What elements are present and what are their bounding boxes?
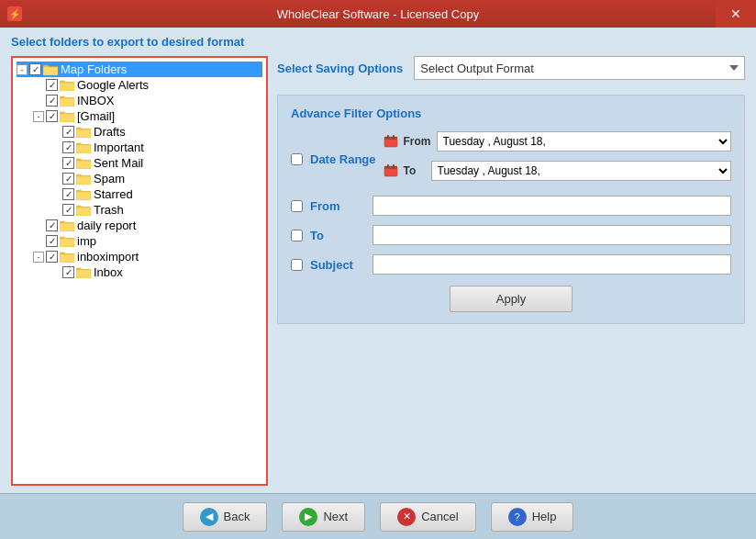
subject-filter-row: Subject: [291, 254, 731, 275]
calendar-from-icon: [384, 135, 398, 148]
from-label: From: [310, 199, 365, 213]
window-title: WholeClear Software - Licensed Copy: [277, 7, 479, 21]
to-filter-row: To: [291, 225, 731, 245]
tree-label-inbox2: Inbox: [94, 265, 123, 279]
tree-toggle-map-folders[interactable]: -: [17, 64, 28, 75]
folder-icon-trash: [76, 205, 91, 216]
close-button[interactable]: ✕: [716, 0, 756, 28]
saving-options-header: Select Saving Options Select Output Form…: [277, 56, 745, 80]
date-range-row: Date Range From: [291, 131, 731, 186]
tree-item-map-folders[interactable]: -✓ Map Folders: [17, 62, 262, 77]
tree-item-spam[interactable]: ✓ Spam: [17, 171, 262, 186]
folder-icon-google-alerts: [60, 80, 74, 91]
output-format-select[interactable]: Select Output FormatPSTMSGEMLMBOXPDF: [414, 56, 745, 80]
to-checkbox[interactable]: [291, 230, 303, 241]
folder-icon-inbox2: [76, 267, 91, 278]
tree-item-inbox[interactable]: ✓ INBOX: [17, 93, 262, 108]
tree-item-gmail[interactable]: -✓ [Gmail]: [17, 108, 262, 124]
tree-label-important: Important: [94, 140, 144, 154]
tree-check-starred[interactable]: ✓: [62, 188, 74, 200]
right-panel: Select Saving Options Select Output Form…: [277, 56, 745, 486]
calendar-to-icon: [384, 164, 398, 177]
next-label: Next: [323, 510, 348, 523]
folder-icon-starred: [76, 189, 91, 200]
tree-check-imp[interactable]: ✓: [46, 235, 58, 247]
folder-icon-inbox: [60, 95, 74, 107]
app-icon: ⚡: [7, 6, 22, 21]
tree-check-gmail[interactable]: ✓: [46, 110, 58, 122]
tree-label-inbox: INBOX: [77, 94, 114, 107]
date-range-checkbox[interactable]: [291, 153, 303, 165]
from-filter-row: From: [291, 196, 731, 216]
tree-check-drafts[interactable]: ✓: [62, 126, 74, 138]
tree-toggle-gmail[interactable]: -: [33, 111, 44, 122]
subject-label: Subject: [310, 258, 365, 272]
tree-check-google-alerts[interactable]: ✓: [46, 79, 58, 91]
folder-tree-panel: -✓ Map Folders✓ Google Alerts✓ INBOX-✓ […: [11, 56, 268, 486]
date-to-row: To Tuesday , August 18,: [384, 161, 731, 181]
tree-check-map-folders[interactable]: ✓: [29, 63, 41, 75]
title-bar: ⚡ WholeClear Software - Licensed Copy ✕: [0, 0, 756, 28]
tree-item-trash[interactable]: ✓ Trash: [17, 202, 262, 218]
tree-item-inbox2[interactable]: ✓ Inbox: [17, 264, 262, 280]
folder-icon-daily-report: [60, 220, 74, 231]
tree-item-inboximport[interactable]: -✓ inboximport: [17, 249, 262, 264]
date-from-row: From Tuesday , August 18,: [384, 131, 731, 152]
back-button[interactable]: ◀ Back: [183, 502, 268, 532]
tree-check-spam[interactable]: ✓: [62, 173, 74, 185]
apply-button[interactable]: Apply: [450, 286, 573, 312]
tree-check-inbox2[interactable]: ✓: [62, 266, 74, 278]
main-content: Select folders to export to desired form…: [0, 28, 756, 493]
tree-check-daily-report[interactable]: ✓: [46, 219, 58, 231]
tree-label-drafts: Drafts: [94, 125, 126, 139]
back-label: Back: [224, 510, 250, 523]
back-icon: ◀: [200, 508, 218, 526]
folder-icon-spam: [76, 174, 91, 185]
tree-item-important[interactable]: ✓ Important: [17, 140, 262, 155]
to-label: To: [310, 229, 365, 242]
svg-rect-5: [384, 166, 397, 169]
date-from-select[interactable]: Tuesday , August 18,: [437, 131, 731, 152]
tree-label-map-folders: Map Folders: [61, 62, 127, 76]
to-input[interactable]: [372, 225, 731, 245]
next-icon: ▶: [299, 508, 317, 526]
help-button[interactable]: ? Help: [491, 502, 574, 532]
date-from-label: From: [404, 135, 431, 148]
cancel-label: Cancel: [421, 510, 458, 523]
next-button[interactable]: ▶ Next: [282, 502, 365, 532]
svg-rect-2: [387, 135, 389, 139]
cancel-button[interactable]: ✕ Cancel: [380, 502, 475, 532]
saving-options-label: Select Saving Options: [277, 62, 403, 75]
subject-input[interactable]: [372, 254, 731, 275]
svg-rect-1: [384, 137, 397, 140]
tree-item-google-alerts[interactable]: ✓ Google Alerts: [17, 77, 262, 93]
page-title: Select folders to export to desired form…: [11, 35, 745, 49]
tree-check-inboximport[interactable]: ✓: [46, 251, 58, 263]
svg-rect-6: [387, 164, 389, 168]
tree-label-inboximport: inboximport: [77, 250, 139, 264]
from-input[interactable]: [372, 196, 731, 216]
tree-item-imp[interactable]: ✓ imp: [17, 233, 262, 249]
tree-item-drafts[interactable]: ✓ Drafts: [17, 124, 262, 140]
tree-label-spam: Spam: [94, 172, 125, 185]
tree-label-starred: Starred: [94, 187, 133, 201]
folder-icon-important: [76, 142, 91, 153]
folder-icon-sent-mail: [76, 158, 91, 169]
tree-label-daily-report: daily report: [77, 219, 136, 232]
tree-toggle-inboximport[interactable]: -: [33, 252, 44, 263]
date-to-label: To: [404, 164, 426, 177]
tree-check-inbox[interactable]: ✓: [46, 95, 58, 107]
tree-item-starred[interactable]: ✓ Starred: [17, 186, 262, 202]
content-area: -✓ Map Folders✓ Google Alerts✓ INBOX-✓ […: [11, 56, 745, 486]
from-checkbox[interactable]: [291, 200, 303, 212]
date-to-select[interactable]: Tuesday , August 18,: [431, 161, 731, 181]
tree-check-important[interactable]: ✓: [62, 141, 74, 153]
tree-item-sent-mail[interactable]: ✓ Sent Mail: [17, 155, 262, 171]
filter-section-title: Advance Filter Options: [291, 107, 731, 120]
tree-item-daily-report[interactable]: ✓ daily report: [17, 218, 262, 233]
folder-icon-imp: [60, 236, 74, 247]
tree-check-trash[interactable]: ✓: [62, 204, 74, 216]
subject-checkbox[interactable]: [291, 259, 303, 271]
tree-label-imp: imp: [77, 234, 96, 248]
tree-check-sent-mail[interactable]: ✓: [62, 157, 74, 169]
